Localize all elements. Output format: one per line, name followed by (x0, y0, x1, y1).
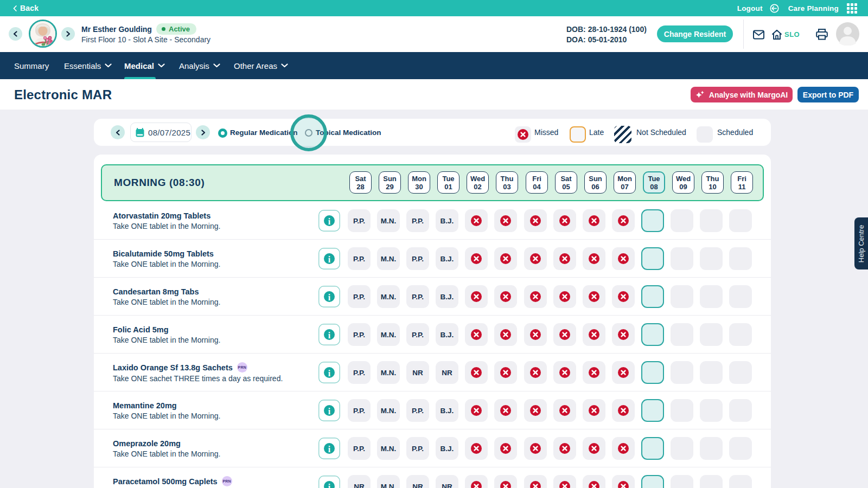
svg-text:i: i (328, 407, 331, 416)
svg-text:i: i (328, 293, 331, 302)
svg-text:i: i (328, 369, 331, 378)
svg-text:i: i (328, 217, 331, 226)
svg-text:i: i (328, 483, 331, 488)
svg-text:i: i (328, 445, 331, 454)
svg-text:i: i (328, 255, 331, 264)
svg-text:i: i (328, 331, 331, 340)
